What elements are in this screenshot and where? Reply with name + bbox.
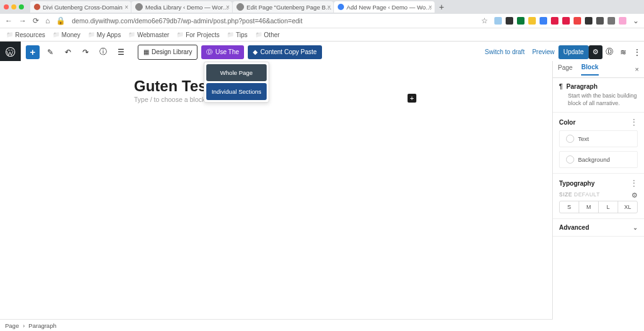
tab-label: Media Library ‹ Demo — Wor… xyxy=(145,4,229,11)
update-button[interactable]: Update xyxy=(558,45,589,59)
extension-icon[interactable] xyxy=(494,17,502,25)
extension-icon[interactable] xyxy=(551,17,558,25)
editor-canvas[interactable]: Guten Test Type / to choose a block + xyxy=(0,61,553,320)
bookmarks-bar: Resources Money My Apps Webmaster For Pr… xyxy=(0,28,644,42)
design-library-button[interactable]: ▦ Design Library xyxy=(138,45,197,60)
window-zoom-icon[interactable] xyxy=(19,4,24,9)
block-placeholder[interactable]: Type / to choose a block xyxy=(134,96,205,103)
edit-icon[interactable]: ✎ xyxy=(43,45,57,59)
size-l[interactable]: L xyxy=(599,201,618,213)
extensions xyxy=(494,17,626,25)
diamond-icon: ◆ xyxy=(253,48,258,55)
breadcrumb: Page › Paragraph xyxy=(0,319,553,331)
preview-link[interactable]: Preview xyxy=(528,48,558,55)
divi-toggle-icon[interactable]: Ⓓ xyxy=(602,45,616,59)
paragraph-icon: ¶ xyxy=(559,83,563,90)
browser-tab[interactable]: Media Library ‹ Demo — Wor…× xyxy=(131,1,232,13)
close-icon[interactable]: × xyxy=(125,4,128,11)
tab-label: Divi Gutenberg Cross-Domain xyxy=(43,4,123,11)
info-icon[interactable]: ⓘ xyxy=(96,45,110,59)
add-block-inline-button[interactable]: + xyxy=(408,94,416,103)
panel-title: Advanced xyxy=(559,224,589,231)
extension-icon[interactable] xyxy=(562,17,570,25)
extension-icon[interactable] xyxy=(517,17,525,25)
bookmark-folder[interactable]: Webmaster xyxy=(128,31,169,38)
favicon-icon xyxy=(338,4,344,10)
star-icon[interactable]: ☆ xyxy=(481,16,488,25)
more-icon[interactable]: ⋮ xyxy=(630,45,644,59)
swatch-icon xyxy=(566,155,574,164)
lock-icon: 🔒 xyxy=(56,16,65,25)
reload-icon[interactable]: ⟳ xyxy=(33,16,39,25)
size-xl[interactable]: XL xyxy=(618,201,637,213)
bookmark-folder[interactable]: My Apps xyxy=(88,31,121,38)
extension-icon[interactable] xyxy=(528,17,536,25)
extension-icon[interactable] xyxy=(585,17,592,25)
extension-icon[interactable] xyxy=(619,17,626,25)
favicon-icon xyxy=(236,3,244,11)
browser-tabstrip: Divi Gutenberg Cross-Domain× Media Libra… xyxy=(0,0,644,14)
use-the-button[interactable]: Ⓓ Use The xyxy=(201,45,244,59)
forward-icon[interactable]: → xyxy=(19,16,26,25)
block-name: Paragraph xyxy=(567,83,597,90)
chevron-right-icon: › xyxy=(23,322,25,329)
content-copy-paste-button[interactable]: ◆ Content Copy Paste xyxy=(248,45,322,59)
tab-label: Add New Page ‹ Demo — Wo… xyxy=(347,4,432,11)
breadcrumb-item[interactable]: Page xyxy=(5,322,19,329)
chevron-down-icon: ⌄ xyxy=(633,224,638,231)
sliders-icon[interactable]: ⚙ xyxy=(631,191,638,199)
redo-icon[interactable]: ↷ xyxy=(79,45,92,59)
settings-button[interactable]: ⚙ xyxy=(589,45,602,59)
wordpress-icon xyxy=(5,47,16,57)
window-close-icon[interactable] xyxy=(4,4,9,9)
size-s[interactable]: S xyxy=(560,201,579,213)
tab-page[interactable]: Page xyxy=(558,64,572,75)
whole-page-option[interactable]: Whole Page xyxy=(206,64,267,81)
browser-tab[interactable]: Edit Page "Gutenberg Page B…× xyxy=(233,1,333,13)
chevron-down-icon[interactable]: ⌄ xyxy=(633,16,639,25)
text-color-button[interactable]: Text xyxy=(559,130,638,147)
swatch-icon xyxy=(566,135,574,143)
size-m[interactable]: M xyxy=(579,201,599,213)
bookmark-folder[interactable]: Tips xyxy=(227,31,248,38)
panel-title: Color xyxy=(559,119,575,126)
extension-icon[interactable] xyxy=(540,17,547,25)
back-icon[interactable]: ← xyxy=(5,16,13,25)
tab-block[interactable]: Block xyxy=(581,64,598,76)
more-icon[interactable]: ⋮ xyxy=(630,118,638,126)
individual-sections-option[interactable]: Individual Sections xyxy=(206,83,267,100)
page-title[interactable]: Guten Test xyxy=(134,77,212,95)
typography-panel: Typography⋮ SIZE DEFAULT⚙ S M L XL xyxy=(553,174,644,219)
close-icon[interactable]: × xyxy=(428,4,432,11)
block-description: Start with the basic building block of a… xyxy=(559,93,638,107)
tailwind-icon[interactable]: ≋ xyxy=(616,45,630,59)
undo-icon[interactable]: ↶ xyxy=(61,45,75,59)
bookmark-folder[interactable]: For Projects xyxy=(177,31,219,38)
extension-icon[interactable] xyxy=(608,17,615,25)
bookmark-folder[interactable]: Other xyxy=(255,31,280,38)
advanced-panel[interactable]: Advanced⌄ xyxy=(553,219,644,237)
close-icon[interactable]: × xyxy=(635,65,639,73)
close-icon[interactable]: × xyxy=(327,4,331,11)
window-minimize-icon[interactable] xyxy=(11,4,16,9)
new-tab-button[interactable]: + xyxy=(435,2,448,12)
extension-icon[interactable] xyxy=(596,17,604,25)
extension-icon[interactable] xyxy=(574,17,581,25)
url-field[interactable]: demo.diywithwp.com/demo6e679db7/wp-admin… xyxy=(72,17,475,25)
close-icon[interactable]: × xyxy=(226,4,230,11)
home-icon[interactable]: ⌂ xyxy=(45,16,50,25)
window-controls xyxy=(4,4,24,9)
bookmark-folder[interactable]: Resources xyxy=(6,31,45,38)
more-icon[interactable]: ⋮ xyxy=(630,179,638,188)
list-view-icon[interactable]: ☰ xyxy=(114,45,128,59)
add-block-button[interactable]: + xyxy=(26,45,40,59)
bookmark-folder[interactable]: Money xyxy=(53,31,80,38)
background-color-button[interactable]: Background xyxy=(559,151,638,168)
browser-tab[interactable]: Divi Gutenberg Cross-Domain× xyxy=(30,1,131,13)
breadcrumb-item[interactable]: Paragraph xyxy=(28,322,56,329)
favicon-icon xyxy=(135,3,143,11)
browser-tab-active[interactable]: Add New Page ‹ Demo — Wo…× xyxy=(334,1,435,13)
wp-logo[interactable] xyxy=(0,42,21,62)
switch-draft-link[interactable]: Switch to draft xyxy=(481,48,528,55)
extension-icon[interactable] xyxy=(506,17,513,25)
